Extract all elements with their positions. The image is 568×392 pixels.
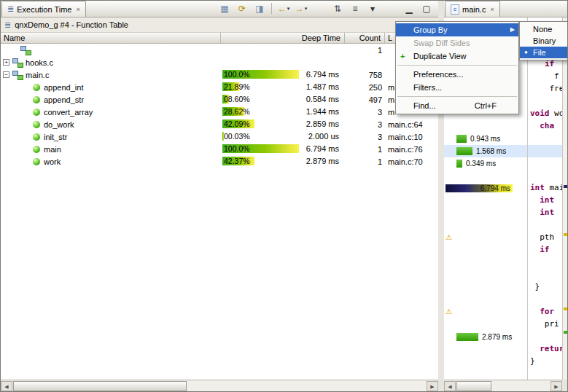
code-text: cha bbox=[530, 121, 554, 130]
menu-item-filters[interactable]: Filters... bbox=[396, 81, 518, 94]
layout-icon[interactable]: ▦ bbox=[217, 2, 233, 15]
menu-separator bbox=[397, 96, 517, 97]
code-text: } bbox=[530, 356, 535, 366]
dropdown-chevron-icon: ▾ bbox=[287, 6, 290, 12]
horizontal-scrollbar-left[interactable]: ◀ ▶ bbox=[1, 380, 438, 392]
tab-execution-time[interactable]: ≣ Execution Time × bbox=[1, 1, 86, 17]
time-value: 2.879 ms bbox=[306, 157, 339, 165]
code-line bbox=[444, 219, 562, 232]
minimize-icon[interactable]: ▁ bbox=[401, 2, 417, 15]
percent-label: 00.03% bbox=[224, 132, 250, 141]
function-name: append_str bbox=[44, 95, 84, 104]
function-name: work bbox=[44, 157, 61, 166]
file-node-icon bbox=[12, 71, 23, 79]
view-toolbar: ▦⟳◨←▾→▾⇅≡▾▁▢ bbox=[217, 2, 438, 17]
ruler-mark-green[interactable] bbox=[564, 331, 567, 334]
submenu-item-file[interactable]: ●File bbox=[520, 47, 567, 58]
code-line bbox=[444, 170, 562, 182]
scrollbar-thumb[interactable] bbox=[456, 381, 491, 391]
code-line bbox=[444, 294, 562, 306]
expand-icon[interactable]: + bbox=[3, 59, 9, 66]
view-list-icon[interactable]: ≡ bbox=[347, 2, 363, 15]
column-header-deep-time[interactable]: Deep Time bbox=[221, 33, 345, 43]
collapse-icon[interactable]: − bbox=[3, 71, 9, 78]
name-cell: work bbox=[1, 155, 221, 168]
code-line: 0.943 ms bbox=[444, 133, 562, 145]
tab-main-c[interactable]: c main.c × bbox=[445, 1, 500, 17]
sort-icon[interactable]: ⇅ bbox=[330, 2, 346, 15]
code-text: pth bbox=[530, 232, 554, 242]
snapshot-icon[interactable]: ◨ bbox=[252, 2, 268, 15]
table-row[interactable]: +hooks.c bbox=[1, 56, 438, 68]
code-line: 2.879 ms bbox=[444, 331, 562, 343]
code-line bbox=[444, 269, 562, 281]
ruler-mark-hot[interactable] bbox=[564, 185, 567, 188]
menu-item-duplicate-view[interactable]: +Duplicate View bbox=[396, 50, 518, 63]
submenu-item-binary[interactable]: Binary bbox=[520, 35, 567, 47]
submenu-item-none[interactable]: None bbox=[520, 23, 567, 35]
function-table-icon: ≣ bbox=[4, 20, 11, 30]
table-row[interactable]: init_str00.03%2.000 us3main.c:10 bbox=[1, 130, 438, 143]
view-header: ≣ qnxDemo_g #4 - Function Table bbox=[1, 17, 438, 33]
forward-icon[interactable]: →▾ bbox=[293, 2, 309, 15]
view-header-label: qnxDemo_g #4 - Function Table bbox=[15, 20, 128, 29]
table-row[interactable]: 1 bbox=[1, 44, 438, 56]
function-name: init_str bbox=[44, 133, 67, 141]
scroll-left-icon[interactable]: ◀ bbox=[444, 381, 456, 391]
name-cell bbox=[1, 44, 221, 56]
count-cell: 1 bbox=[345, 46, 385, 55]
scroll-right-icon[interactable]: ▶ bbox=[427, 381, 438, 391]
column-header-name[interactable]: Name bbox=[1, 33, 221, 43]
scroll-right-icon[interactable]: ▶ bbox=[551, 381, 562, 391]
c-file-icon: c bbox=[451, 4, 459, 15]
table-row[interactable]: convert_array28.62%1.944 ms3m bbox=[1, 106, 438, 118]
time-value: 6.794 ms bbox=[306, 70, 339, 79]
menu-item-preferences[interactable]: Preferences... bbox=[396, 68, 518, 81]
menu-item-group-by[interactable]: Group By▶ bbox=[396, 23, 518, 36]
group-by-submenu: NoneBinary●File bbox=[519, 21, 568, 60]
scroll-left-icon[interactable]: ◀ bbox=[1, 381, 12, 391]
table-row[interactable]: main100.0%6.794 ms1main.c:76 bbox=[1, 143, 438, 155]
overview-ruler[interactable] bbox=[562, 17, 568, 380]
submenu-item-label: None bbox=[533, 25, 552, 34]
menu-item-label: Group By bbox=[413, 26, 447, 34]
name-cell: convert_array bbox=[1, 106, 221, 118]
percent-label: 08.60% bbox=[224, 95, 250, 103]
time-value: 6.794 ms bbox=[306, 144, 339, 153]
dropdown-chevron-icon: ▾ bbox=[305, 6, 308, 12]
horizontal-scrollbar-right[interactable]: ◀ ▶ bbox=[444, 380, 562, 392]
code-text: void wo bbox=[530, 109, 562, 118]
percent-label: 100.0% bbox=[224, 144, 250, 153]
menu-item-find[interactable]: Find...Ctrl+F bbox=[396, 99, 518, 112]
code-line: int bbox=[444, 207, 562, 219]
percent-label: 100.0% bbox=[224, 70, 250, 79]
function-name: do_work bbox=[44, 120, 74, 129]
maximize-icon[interactable]: ▢ bbox=[419, 2, 435, 15]
table-row[interactable]: append_str08.60%0.584 ms497m bbox=[1, 93, 438, 106]
count-cell: 497 bbox=[345, 95, 385, 104]
close-icon[interactable]: × bbox=[490, 6, 494, 13]
scrollbar-thumb[interactable] bbox=[13, 381, 187, 391]
toolbar-separator bbox=[271, 3, 272, 14]
back-icon[interactable]: ←▾ bbox=[276, 2, 292, 15]
table-row[interactable]: −main.c100.0%6.794 ms758 bbox=[1, 68, 438, 81]
ruler-mark-warning[interactable] bbox=[564, 233, 567, 236]
menu-item-label: Swap Diff Sides bbox=[413, 39, 470, 47]
keyword: int bbox=[540, 195, 554, 205]
view-menu-chevron-icon[interactable]: ▾ bbox=[365, 2, 381, 15]
deep-time-cell: 100.0%6.794 ms bbox=[221, 143, 345, 155]
count-cell: 758 bbox=[345, 71, 385, 79]
function-icon bbox=[33, 133, 40, 141]
ruler-mark-warning[interactable] bbox=[564, 307, 567, 310]
keyword: retur bbox=[540, 344, 562, 353]
table-row[interactable]: append_int21.89%1.487 ms250m bbox=[1, 81, 438, 93]
code-line: 6.794 msint mai bbox=[444, 182, 562, 195]
deep-time-cell: 42.37%2.879 ms bbox=[221, 155, 345, 168]
count-cell: 1 bbox=[345, 157, 385, 166]
table-row[interactable]: work42.37%2.879 ms1main.c:70 bbox=[1, 155, 438, 168]
column-header-count[interactable]: Count bbox=[345, 33, 385, 43]
location-cell: main.c:64 bbox=[385, 120, 438, 129]
table-row[interactable]: do_work42.09%2.859 ms3main.c:64 bbox=[1, 118, 438, 130]
refresh-icon[interactable]: ⟳ bbox=[234, 2, 250, 15]
close-icon[interactable]: × bbox=[76, 6, 79, 13]
